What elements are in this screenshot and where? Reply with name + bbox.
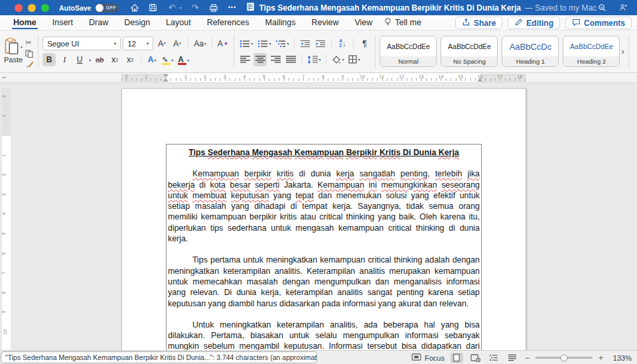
document-paragraph[interactable]: Kemampuan berpikir kritis di dunia kerja… bbox=[168, 168, 480, 244]
sort-button[interactable]: AZ ↓ bbox=[336, 37, 349, 50]
grow-font-button[interactable]: A˄ bbox=[155, 37, 169, 50]
style-heading-2[interactable]: AaBbCcDdEeHeading 2 bbox=[563, 36, 620, 67]
text-run[interactable]: Tips pertama untuk meningkatkan kemampua… bbox=[168, 255, 480, 308]
misspelled-word[interactable]: penting bbox=[400, 169, 427, 178]
shading-button[interactable]: ▾ bbox=[330, 53, 345, 66]
align-right-button[interactable] bbox=[269, 53, 282, 66]
undo-icon[interactable]: ↶ bbox=[167, 3, 177, 13]
share-contact-icon[interactable] bbox=[618, 3, 628, 13]
tab-insert[interactable]: Insert bbox=[44, 15, 81, 30]
horizontal-ruler[interactable]: ⌐ 21123456789101112131415161718 bbox=[0, 73, 637, 83]
style-heading-1[interactable]: AaBbCcDcHeading 1 bbox=[502, 36, 559, 67]
text-run[interactable]: di bbox=[195, 180, 210, 190]
zoom-in-button[interactable]: + bbox=[599, 354, 603, 362]
font-name-select[interactable]: Segoe UI ▾ bbox=[42, 36, 121, 50]
misspelled-word[interactable]: keputusan bbox=[231, 191, 269, 200]
text-run[interactable] bbox=[377, 180, 382, 190]
styles-gallery-more-button[interactable]: › bbox=[621, 46, 624, 56]
borders-button[interactable]: ▾ bbox=[347, 53, 361, 66]
zoom-slider-knob[interactable] bbox=[560, 354, 567, 361]
tab-references[interactable]: References bbox=[199, 15, 257, 30]
text-run[interactable]: Tips bbox=[188, 148, 208, 157]
misspelled-word[interactable]: memungkinkan bbox=[382, 180, 437, 190]
multilevel-list-button[interactable]: ▾ bbox=[274, 37, 290, 50]
print-icon[interactable] bbox=[208, 3, 218, 13]
tab-design[interactable]: Design bbox=[116, 15, 158, 30]
show-paragraph-marks-button[interactable]: ¶ bbox=[358, 37, 371, 50]
editing-mode-button[interactable]: Editing bbox=[508, 17, 560, 29]
focus-mode-button[interactable]: Focus bbox=[411, 353, 445, 362]
tab-selector-icon[interactable]: ⌐ bbox=[3, 74, 7, 81]
superscript-button[interactable]: x2 bbox=[123, 53, 137, 66]
home-icon[interactable] bbox=[129, 3, 139, 13]
misspelled-word[interactable]: Kerja bbox=[439, 148, 459, 157]
misspelled-word[interactable]: bekerja bbox=[168, 180, 195, 190]
italic-button[interactable]: I bbox=[58, 53, 71, 66]
comments-button[interactable]: Comments bbox=[565, 17, 632, 29]
align-center-button[interactable] bbox=[253, 53, 267, 66]
style-normal[interactable]: AaBbCcDdEeNormal bbox=[380, 36, 437, 67]
text-run[interactable]: yang bbox=[269, 191, 295, 200]
character-count-status[interactable]: "Tips Sederhana Mengasah Kemampuan Berpi… bbox=[1, 351, 317, 363]
justify-button[interactable] bbox=[284, 53, 297, 66]
strikethrough-button[interactable]: ab bbox=[93, 53, 106, 66]
draft-view-button[interactable] bbox=[506, 353, 519, 363]
tab-home[interactable]: Home bbox=[5, 15, 44, 30]
text-run[interactable] bbox=[271, 169, 277, 178]
underline-dropdown-caret[interactable]: ▾ bbox=[89, 58, 91, 62]
misspelled-word[interactable]: kritis bbox=[277, 169, 293, 178]
zoom-out-button[interactable]: − bbox=[525, 354, 530, 362]
first-line-indent-marker[interactable] bbox=[163, 74, 169, 78]
font-color-button[interactable]: A ▾ bbox=[177, 53, 190, 66]
tab-layout[interactable]: Layout bbox=[158, 15, 199, 30]
style-no-spacing[interactable]: AaBbCcDdEeNo Spacing bbox=[441, 36, 498, 67]
text-run[interactable] bbox=[226, 180, 230, 190]
shrink-font-button[interactable]: A˅ bbox=[171, 37, 184, 50]
tab-review[interactable]: Review bbox=[303, 15, 346, 30]
print-layout-view-button[interactable] bbox=[451, 353, 463, 363]
highlight-color-button[interactable]: ✎ ▾ bbox=[161, 53, 175, 66]
paste-dropdown-caret[interactable]: ▾ bbox=[21, 44, 23, 49]
text-run[interactable]: Di Dunia bbox=[401, 148, 439, 157]
misspelled-word[interactable]: sangatlah bbox=[360, 169, 395, 178]
search-icon[interactable] bbox=[597, 3, 607, 13]
misspelled-word[interactable]: kerja bbox=[336, 169, 354, 178]
document-paragraph[interactable]: Tips pertama untuk meningkatkan kemampua… bbox=[168, 255, 480, 308]
styles-pane-button[interactable]: Styles Pane bbox=[633, 34, 637, 68]
line-spacing-button[interactable]: ▾ bbox=[306, 53, 322, 66]
minimize-window-button[interactable] bbox=[28, 4, 36, 12]
copy-icon[interactable] bbox=[25, 49, 34, 58]
zoom-slider[interactable] bbox=[535, 357, 593, 359]
misspelled-word[interactable]: membuat bbox=[192, 191, 227, 200]
misspelled-word[interactable]: ini bbox=[368, 180, 376, 190]
zoom-percentage[interactable]: 133% bbox=[609, 354, 632, 362]
redo-icon[interactable]: ↷ bbox=[190, 3, 200, 13]
subscript-button[interactable]: x2 bbox=[108, 53, 121, 66]
increase-indent-button[interactable] bbox=[314, 37, 327, 50]
text-run[interactable]: Jakarta. bbox=[279, 180, 317, 190]
cut-icon[interactable]: ✂ bbox=[25, 38, 34, 47]
misspelled-word[interactable]: jika bbox=[467, 169, 480, 178]
tell-me-control[interactable]: Tell me bbox=[384, 17, 421, 29]
tab-view[interactable]: View bbox=[346, 15, 380, 30]
misspelled-word[interactable]: berpikir bbox=[244, 169, 271, 178]
text-effects-button[interactable]: A▾ bbox=[145, 53, 159, 66]
immersive-reader-view-button[interactable] bbox=[469, 353, 482, 363]
share-button[interactable]: Share bbox=[455, 17, 502, 29]
misspelled-word[interactable]: seperti bbox=[255, 180, 279, 190]
misspelled-word[interactable]: kota bbox=[210, 180, 225, 190]
paste-button[interactable]: ▾ Paste bbox=[4, 38, 23, 64]
misspelled-word[interactable]: Mengasah bbox=[252, 148, 293, 157]
misspelled-word[interactable]: terlebih bbox=[435, 169, 462, 178]
document-canvas[interactable]: Tips Sederhana Mengasah Kemampuan Berpik… bbox=[0, 83, 637, 350]
autosave-toggle[interactable]: OFF bbox=[95, 3, 119, 13]
misspelled-word[interactable]: seseorang bbox=[441, 180, 480, 190]
misspelled-word[interactable]: Kemampuan bbox=[295, 148, 344, 157]
text-run[interactable]: di dunia bbox=[294, 169, 336, 178]
vertical-ruler[interactable]: 2112345678910 bbox=[2, 88, 11, 350]
text-run[interactable]: , bbox=[427, 169, 435, 178]
misspelled-word[interactable]: Kritis bbox=[380, 148, 401, 157]
save-icon[interactable] bbox=[148, 3, 158, 13]
misspelled-word[interactable]: Sederhana bbox=[208, 148, 249, 157]
tab-draw[interactable]: Draw bbox=[81, 15, 116, 30]
